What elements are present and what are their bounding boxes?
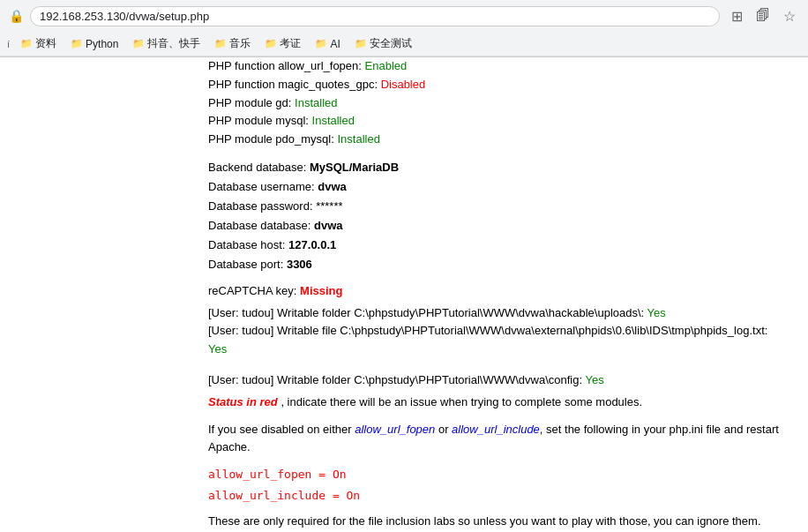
code-section: allow_url_fopen = On allow_url_include =… [208, 464, 794, 506]
recaptcha-status: Missing [300, 284, 342, 297]
magic-quotes-status: Disabled [381, 78, 426, 91]
db-host-value: 127.0.0.1 [288, 238, 336, 251]
writable-phpids-status: Yes [208, 342, 227, 356]
writable-config: [User: tudou] Writable folder C:\phpstud… [208, 371, 794, 390]
code-line-2: allow_url_include = On [208, 485, 794, 506]
status-note-bold: Status in red [208, 395, 278, 408]
module-mysql-status: Installed [312, 114, 355, 127]
db-host: Database host: 127.0.0.1 [208, 236, 794, 255]
writable-uploads: [User: tudou] Writable folder C:\phpstud… [208, 304, 794, 323]
address-text: 192.168.253.130/dvwa/setup.php [40, 10, 209, 23]
bookmark-item-ai[interactable]: 📁 AI [310, 36, 345, 52]
favicon-icon: 🔒 [9, 9, 23, 23]
page-content: PHP function allow_url_fopen: Enabled PH… [0, 57, 808, 532]
php-magic-quotes: PHP function magic_quotes_gpc: Disabled [208, 76, 794, 94]
writable-config-status: Yes [586, 373, 604, 386]
db-info-section: Backend database: MySQL/MariaDB Database… [208, 158, 794, 275]
db-port-value: 3306 [287, 258, 312, 271]
bookmark-item-python[interactable]: 📁 Python [65, 36, 123, 52]
php-module-mysql: PHP module mysql: Installed [208, 112, 794, 131]
status-note-suffix: , indicate there will be an issue when t… [281, 395, 642, 408]
db-backend-value: MySQL/MariaDB [310, 161, 399, 174]
extensions-icon[interactable]: ⊞ [727, 6, 746, 26]
db-database-value: dvwa [314, 219, 343, 232]
allow-url-include-link[interactable]: allow_url_include [452, 423, 540, 436]
module-pdo-status: Installed [337, 132, 379, 146]
browser-chrome: 🔒 192.168.253.130/dvwa/setup.php ⊞ 🗐 ☆ í… [0, 0, 808, 57]
allow-url-fopen-status: Enabled [365, 59, 408, 72]
php-module-gd: PHP module gd: Installed [208, 94, 794, 113]
folder-icon: 📁 [132, 38, 145, 49]
toolbar-icons: ⊞ 🗐 ☆ [727, 6, 799, 26]
allow-url-section: If you see disabled on either allow_url_… [208, 421, 794, 458]
folder-icon: 📁 [20, 38, 33, 49]
folder-icon: 📁 [315, 38, 327, 49]
db-password: Database password: ****** [208, 197, 794, 216]
bookmarks-bar: í 📁 资料 📁 Python 📁 抖音、快手 📁 音乐 📁 考证 📁 AI 📁… [0, 32, 808, 56]
status-note: Status in red , indicate there will be a… [208, 393, 794, 412]
spacer [208, 364, 794, 371]
db-username-value: dvwa [318, 180, 347, 193]
bookmark-page-icon[interactable]: 🗐 [753, 6, 773, 26]
folder-icon: 📁 [265, 38, 277, 49]
bookmark-item-douyin[interactable]: 📁 抖音、快手 [127, 34, 206, 53]
writable-phpids: [User: tudou] Writable file C:\phpstudy\… [208, 322, 794, 359]
recaptcha-section: reCAPTCHA key: Missing [208, 284, 794, 297]
bookmarks-label: í [7, 39, 10, 49]
writable-uploads-status: Yes [647, 306, 666, 319]
code-line-1: allow_url_fopen = On [208, 464, 794, 484]
title-bar: 🔒 192.168.253.130/dvwa/setup.php ⊞ 🗐 ☆ [0, 0, 808, 32]
bookmark-item-kaoshen[interactable]: 📁 考证 [259, 34, 306, 53]
db-database: Database database: dvwa [208, 216, 794, 236]
php-allow-url-fopen: PHP function allow_url_fopen: Enabled [208, 57, 794, 76]
folder-icon: 📁 [71, 38, 83, 49]
folder-icon: 📁 [214, 38, 227, 49]
db-backend: Backend database: MySQL/MariaDB [208, 158, 794, 177]
php-info-section: PHP function allow_url_fopen: Enabled PH… [208, 57, 794, 149]
writable-section: [User: tudou] Writable folder C:\phpstud… [208, 304, 794, 359]
db-username: Database username: dvwa [208, 177, 794, 197]
allow-url-fopen-link[interactable]: allow_url_fopen [355, 423, 435, 436]
bookmark-item-security[interactable]: 📁 安全测试 [349, 34, 417, 53]
php-module-pdo: PHP module pdo_mysql: Installed [208, 131, 794, 149]
address-bar[interactable]: 192.168.253.130/dvwa/setup.php [30, 6, 720, 26]
folder-icon: 📁 [355, 38, 367, 49]
ignore-note: These are only required for the file inc… [208, 513, 794, 531]
module-gd-status: Installed [295, 96, 337, 109]
star-icon[interactable]: ☆ [780, 6, 799, 26]
bookmark-item-ziliao[interactable]: 📁 资料 [15, 34, 62, 53]
bookmark-item-music[interactable]: 📁 音乐 [209, 34, 256, 53]
db-port: Database port: 3306 [208, 255, 794, 274]
db-password-value: ****** [316, 199, 342, 213]
